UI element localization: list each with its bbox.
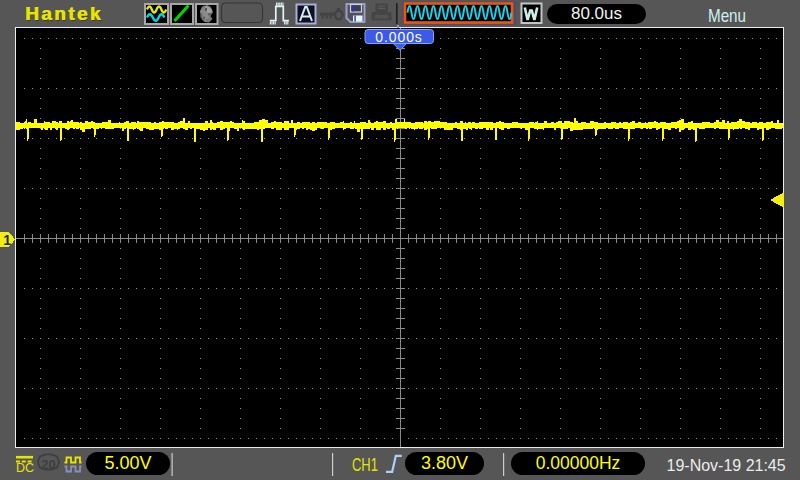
svg-text:20: 20 [41,457,55,472]
svg-text:1: 1 [3,232,11,248]
